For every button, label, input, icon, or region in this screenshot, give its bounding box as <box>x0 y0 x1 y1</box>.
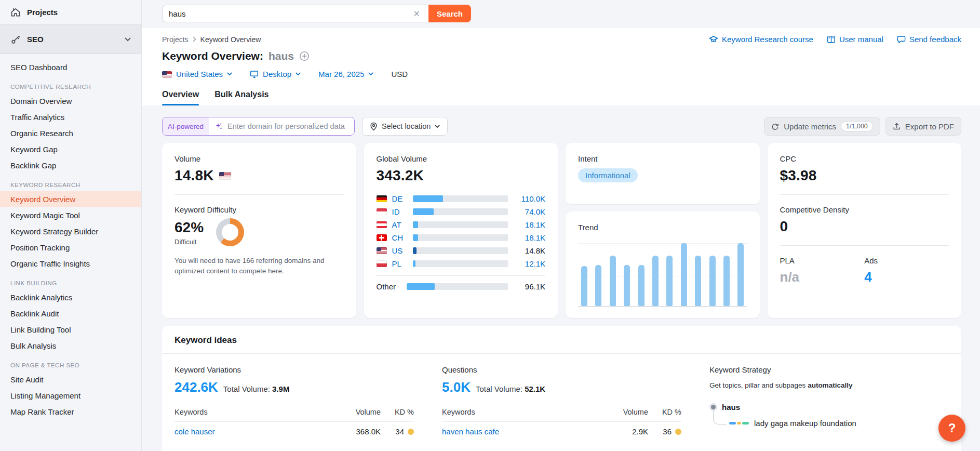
ads-value[interactable]: 4 <box>864 269 949 285</box>
country-code-link[interactable]: AT <box>392 220 406 229</box>
sidebar-item[interactable]: Organic Traffic Insights <box>0 256 141 272</box>
breadcrumb-current: Keyword Overview <box>200 35 261 44</box>
sidebar-item: KEYWORD RESEARCH <box>0 174 141 191</box>
country-volume-value[interactable]: 74.0K <box>515 207 545 216</box>
trend-bar <box>595 265 601 306</box>
country-filter[interactable]: United States <box>162 70 232 78</box>
questions-count[interactable]: 5.0K <box>442 379 471 395</box>
global-volume-rows: DE 110.0K ID <box>377 192 546 270</box>
tab-bulk-analysis[interactable]: Bulk Analysis <box>214 90 269 105</box>
domain-input[interactable] <box>227 122 348 130</box>
ads-label: Ads <box>864 256 949 265</box>
country-volume-bar <box>413 195 508 202</box>
sidebar-item[interactable]: Organic Research <box>0 125 141 141</box>
trend-bar <box>652 256 659 306</box>
ai-powered-badge: AI-powered <box>163 117 209 135</box>
clear-search-icon[interactable]: ✕ <box>411 9 422 19</box>
search-input[interactable] <box>169 9 411 18</box>
volume-cell: 2.9K <box>612 427 648 436</box>
kd-dot-icon <box>408 429 414 435</box>
questions-total: Total Volume: 52.1K <box>476 384 545 393</box>
volume-label: Volume <box>174 154 344 163</box>
country-flag-icon <box>377 234 387 241</box>
country-volume-value[interactable]: 14.8K <box>515 246 545 255</box>
variations-table: Keywords Volume KD % cole hauser 368.0K … <box>174 408 414 436</box>
volume-cell: 368.0K <box>344 427 381 436</box>
sidebar-item[interactable]: Map Rank Tracker <box>0 404 141 420</box>
breadcrumb-projects[interactable]: Projects <box>162 35 189 44</box>
country-volume-value[interactable]: 110.0K <box>515 194 545 203</box>
sidebar-item[interactable]: Traffic Analytics <box>0 109 141 125</box>
country-volume-value[interactable]: 18.1K <box>515 220 545 229</box>
tree-root-dot-icon <box>711 405 716 409</box>
sidebar-item[interactable]: SEO Dashboard <box>0 59 141 75</box>
keyword-link[interactable]: cole hauser <box>174 427 344 436</box>
sidebar-item[interactable]: Keyword Overview <box>0 191 141 207</box>
kd-tag: Difficult <box>174 238 204 246</box>
intent-badge[interactable]: Informational <box>578 168 638 182</box>
sidebar-item[interactable]: Position Tracking <box>0 240 141 256</box>
sidebar: Projects SEO SEO Dashboard COMPETITIVE R… <box>0 0 142 451</box>
strategy-child-topic: lady gaga makeup foundation <box>729 419 949 428</box>
update-metrics-button[interactable]: Update metrics 1/1,000 <box>764 117 880 136</box>
country-flag-icon <box>377 195 387 202</box>
keyword-ideas-panel: Keyword ideas Keyword Variations 242.6K … <box>162 326 961 451</box>
sidebar-item-seo[interactable]: SEO <box>0 24 141 54</box>
other-volume-value: 96.1K <box>515 282 545 291</box>
country-code-link[interactable]: PL <box>392 259 406 268</box>
country-volume-row: DE 110.0K <box>377 192 546 205</box>
country-code-link[interactable]: US <box>392 246 406 255</box>
country-volume-value[interactable]: 12.1K <box>515 259 545 268</box>
country-code-link[interactable]: ID <box>392 207 406 216</box>
country-volume-value[interactable]: 18.1K <box>515 233 545 242</box>
country-volume-row: PL 12.1K <box>377 257 546 270</box>
select-location-dropdown[interactable]: Select location <box>362 117 448 136</box>
keyword-research-course-link[interactable]: Keyword Research course <box>709 35 813 44</box>
sidebar-item[interactable]: Backlink Gap <box>0 157 141 174</box>
desktop-icon <box>250 70 259 78</box>
keyword-link[interactable]: haven haus cafe <box>442 427 612 436</box>
sidebar-item[interactable]: Site Audit <box>0 372 141 388</box>
sidebar-item[interactable]: Backlink Analytics <box>0 289 141 306</box>
sidebar-item[interactable]: Bulk Analysis <box>0 338 141 354</box>
help-button[interactable]: ? <box>938 415 965 442</box>
trend-chart <box>578 243 747 307</box>
sidebar-item[interactable]: Keyword Gap <box>0 141 141 157</box>
cpc-card: CPC $3.98 Competitive Density 0 PLA n/a … <box>768 143 962 318</box>
strategy-tree: haus lady gaga makeup foundation <box>709 403 949 428</box>
tab-overview[interactable]: Overview <box>162 90 199 105</box>
device-filter[interactable]: Desktop <box>250 70 301 78</box>
trend-bar <box>681 243 687 306</box>
date-filter[interactable]: Mar 26, 2025 <box>318 70 373 78</box>
main: ✕ Search Projects Keyword Overview <box>142 0 980 451</box>
country-code-link[interactable]: DE <box>392 194 406 203</box>
add-keyword-icon[interactable] <box>299 51 310 61</box>
keyword-ideas-title: Keyword ideas <box>162 326 961 354</box>
page-title-keyword: haus <box>269 50 294 62</box>
search-button[interactable]: Search <box>428 5 471 22</box>
country-volume-bar <box>413 221 508 228</box>
export-pdf-button[interactable]: Export to PDF <box>885 117 961 136</box>
keyword-strategy-column: Keyword Strategy Get topics, pillar and … <box>709 365 949 436</box>
export-icon <box>893 123 901 130</box>
questions-table: Keywords Volume KD % haven haus cafe 2.9… <box>442 408 681 436</box>
country-code-link[interactable]: CH <box>392 233 406 242</box>
app: Projects SEO SEO Dashboard COMPETITIVE R… <box>0 0 980 451</box>
sidebar-item[interactable]: Keyword Strategy Builder <box>0 223 141 240</box>
trend-label: Trend <box>578 223 747 232</box>
country-flag-icon <box>377 208 387 215</box>
sidebar-item-projects[interactable]: Projects <box>0 0 141 24</box>
global-volume-label: Global Volume <box>377 154 546 163</box>
sidebar-item[interactable]: Backlink Audit <box>0 306 141 322</box>
sidebar-item[interactable]: Listing Management <box>0 388 141 404</box>
sidebar-item[interactable]: Keyword Magic Tool <box>0 207 141 223</box>
variations-total: Total Volume: 3.9M <box>223 384 290 393</box>
trend-bar <box>695 256 701 306</box>
user-manual-link[interactable]: User manual <box>827 35 883 44</box>
kd-cell: 36 <box>663 427 672 436</box>
sidebar-item[interactable]: Link Building Tool <box>0 322 141 338</box>
send-feedback-link[interactable]: Send feedback <box>897 35 961 44</box>
intent-trend-column: Intent Informational Trend <box>566 143 760 318</box>
variations-count[interactable]: 242.6K <box>174 379 218 395</box>
sidebar-item[interactable]: Domain Overview <box>0 93 141 109</box>
